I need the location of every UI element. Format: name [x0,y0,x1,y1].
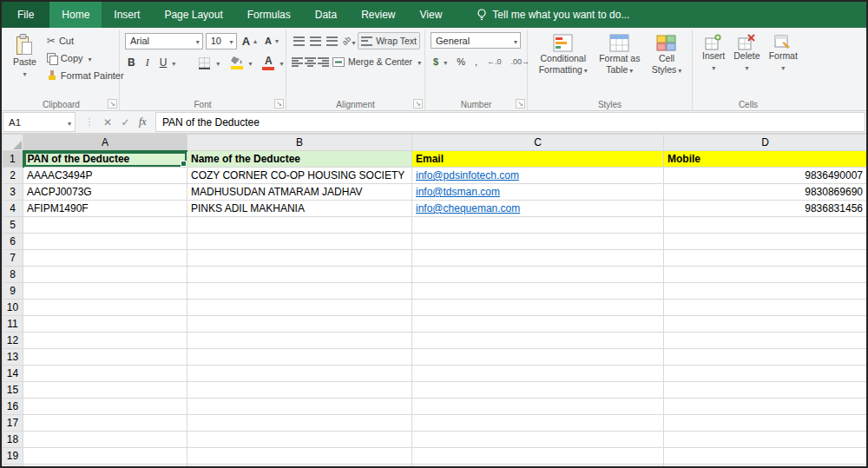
cell-D5[interactable] [664,217,867,234]
orientation-button[interactable]: ab [341,33,356,49]
cell-A13[interactable] [23,349,187,366]
cell-C13[interactable] [412,349,664,366]
column-header-B[interactable]: B [187,135,412,151]
column-header-A[interactable]: A [23,135,187,151]
cell-A8[interactable] [23,267,187,283]
row-header-9[interactable]: 9 [3,283,23,300]
cell-C17[interactable] [412,415,664,432]
cell-D11[interactable] [664,316,867,333]
row-header-3[interactable]: 3 [3,184,23,201]
cell-D6[interactable] [664,234,867,250]
clipboard-dialog-launcher[interactable]: ↘ [108,99,117,109]
bold-button[interactable]: B [125,54,138,71]
cell-A15[interactable] [23,382,187,399]
cell-D1[interactable]: Mobile [664,151,867,168]
wrap-text-button[interactable]: Wrap Text [358,32,420,49]
cell-A4[interactable]: AFIPM1490F [23,201,187,217]
row-header-10[interactable]: 10 [3,300,23,316]
cell-D15[interactable] [664,382,867,399]
cell-B9[interactable] [187,283,412,300]
increase-font-size-button[interactable]: A▴ [240,32,260,49]
cell-A11[interactable] [23,316,187,333]
cell-D10[interactable] [664,300,867,316]
cell-C19[interactable] [412,448,664,465]
cell-C15[interactable] [412,382,664,399]
cell-A18[interactable] [23,432,187,448]
cell-C11[interactable] [412,316,664,333]
format-as-table-button[interactable]: Format as Table [595,32,644,76]
cell-D2[interactable]: 9836490007 [664,168,867,184]
cancel-icon[interactable]: ✕ [103,116,112,129]
comma-style-button[interactable]: , [472,53,480,70]
cell-A17[interactable] [23,415,187,432]
cell-D14[interactable] [664,366,867,382]
cell-D12[interactable] [664,333,867,349]
row-header-2[interactable]: 2 [3,168,23,184]
cell-C6[interactable] [412,234,664,250]
accounting-format-button[interactable]: $ [431,53,450,70]
email-link[interactable]: info@tdsman.com [416,186,500,198]
cell-A5[interactable] [23,217,187,234]
cell-A10[interactable] [23,300,187,316]
middle-align-button[interactable] [308,33,323,49]
cell-B8[interactable] [187,267,412,283]
select-all-corner[interactable] [3,135,23,151]
tab-insert[interactable]: Insert [102,2,152,28]
cell-A6[interactable] [23,234,187,250]
copy-button[interactable]: Copy [44,49,127,67]
cell-A20[interactable] [23,465,187,467]
cell-A2[interactable]: AAAAC3494P [23,168,187,184]
cell-C9[interactable] [412,283,664,300]
cell-D18[interactable] [664,432,867,448]
cell-B18[interactable] [187,432,412,448]
font-color-button[interactable]: A [260,54,286,71]
cell-B14[interactable] [187,366,412,382]
cell-C20[interactable] [412,465,664,467]
font-size-select[interactable]: 10 [206,33,237,49]
cell-D9[interactable] [664,283,867,300]
row-header-8[interactable]: 8 [3,267,23,283]
insert-cells-button[interactable]: Insert [698,32,729,74]
tell-me-box[interactable]: Tell me what you want to do... [477,2,629,28]
cell-B6[interactable] [187,234,412,250]
row-header-20[interactable]: 20 [3,465,23,467]
row-header-12[interactable]: 12 [3,333,23,349]
cell-B4[interactable]: PINKS ADIL MAKHANIA [187,201,412,217]
cell-D4[interactable]: 9836831456 [664,201,867,217]
cell-C12[interactable] [412,333,664,349]
cell-A9[interactable] [23,283,187,300]
cell-D19[interactable] [664,448,867,465]
cell-B5[interactable] [187,217,412,234]
cell-D16[interactable] [664,399,867,415]
cell-D8[interactable] [664,267,867,283]
cell-B7[interactable] [187,250,412,267]
tab-page-layout[interactable]: Page Layout [152,2,234,28]
cell-C1[interactable]: Email [412,151,664,168]
align-center-button[interactable] [305,54,316,69]
row-header-19[interactable]: 19 [3,448,23,465]
tab-data[interactable]: Data [303,2,349,28]
format-cells-button[interactable]: Format [765,32,802,74]
cell-B10[interactable] [187,300,412,316]
cell-B1[interactable]: Name of the Deductee [187,151,412,168]
delete-cells-button[interactable]: Delete [729,32,764,74]
cell-B3[interactable]: MADHUSUDAN ATMARAM JADHAV [187,184,412,201]
row-header-7[interactable]: 7 [3,250,23,267]
conditional-formatting-button[interactable]: Conditional Formatting [535,32,592,76]
row-header-5[interactable]: 5 [3,217,23,234]
row-header-13[interactable]: 13 [3,349,23,366]
cut-button[interactable]: Cut [44,32,127,49]
cell-D17[interactable] [664,415,867,432]
row-header-15[interactable]: 15 [3,382,23,399]
email-link[interactable]: info@pdsinfotech.com [416,169,519,181]
cell-C3[interactable]: info@tdsman.com [412,184,664,201]
cell-C5[interactable] [412,217,664,234]
cell-B11[interactable] [187,316,412,333]
merge-center-button[interactable]: Merge & Center [331,53,423,70]
underline-button[interactable]: U [157,54,179,71]
cell-B17[interactable] [187,415,412,432]
top-align-button[interactable] [292,33,306,49]
formula-input[interactable]: PAN of the Deductee [155,112,865,132]
cell-A12[interactable] [23,333,187,349]
cell-B2[interactable]: COZY CORNER CO-OP HOUSING SOCIETY [187,168,412,184]
